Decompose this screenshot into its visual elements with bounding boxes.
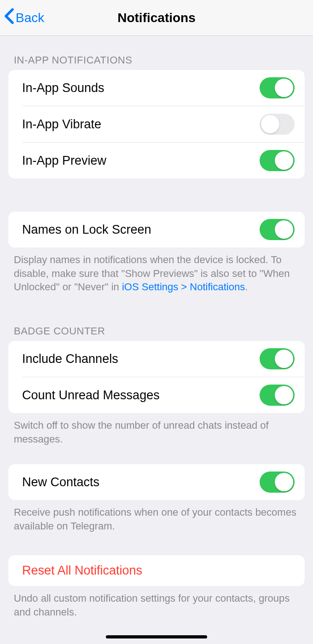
section-header-inapp: In-App Notifications (0, 36, 313, 70)
label-count-unread: Count Unread Messages (22, 388, 160, 402)
toggle-new-contacts[interactable] (260, 472, 295, 493)
row-inapp-vibrate[interactable]: In-App Vibrate (8, 106, 305, 142)
toggle-inapp-sounds[interactable] (260, 77, 295, 98)
section-header-badge: Badge Counter (0, 294, 313, 341)
content-scroll[interactable]: In-App Notifications In-App Sounds In-Ap… (0, 36, 313, 644)
label-include-channels: Include Channels (22, 352, 118, 366)
link-ios-settings[interactable]: iOS Settings > Notifications (122, 281, 245, 293)
footer-badge: Switch off to show the number of unread … (0, 413, 313, 446)
back-label: Back (16, 11, 44, 25)
group-new-contacts: New Contacts (8, 464, 305, 500)
navbar: Back Notifications (0, 0, 313, 36)
footer-reset: Undo all custom notification settings fo… (0, 586, 313, 619)
home-indicator[interactable] (106, 635, 207, 638)
toggle-count-unread[interactable] (260, 385, 295, 406)
row-inapp-preview[interactable]: In-App Preview (8, 143, 305, 178)
toggle-inapp-preview[interactable] (260, 150, 295, 171)
notifications-settings-screen: Back Notifications In-App Notifications … (0, 0, 313, 644)
row-new-contacts[interactable]: New Contacts (8, 464, 305, 500)
footer-new-contacts: Receive push notifications when one of y… (0, 500, 313, 533)
group-badge: Include Channels Count Unread Messages (8, 341, 305, 413)
row-names-lockscreen[interactable]: Names on Lock Screen (8, 212, 305, 247)
label-names-lockscreen: Names on Lock Screen (22, 223, 151, 237)
toggle-names-lockscreen[interactable] (260, 219, 295, 240)
page-title: Notifications (117, 11, 196, 25)
label-inapp-vibrate: In-App Vibrate (22, 117, 101, 132)
label-inapp-preview: In-App Preview (22, 154, 106, 168)
reset-all-notifications-button[interactable]: Reset All Notifications (8, 555, 305, 586)
row-count-unread[interactable]: Count Unread Messages (8, 377, 305, 413)
group-reset: Reset All Notifications (8, 555, 305, 586)
back-button[interactable]: Back (4, 0, 44, 35)
toggle-inapp-vibrate[interactable] (260, 114, 295, 135)
row-include-channels[interactable]: Include Channels (8, 341, 305, 377)
toggle-include-channels[interactable] (260, 348, 295, 369)
label-new-contacts: New Contacts (22, 475, 99, 489)
label-inapp-sounds: In-App Sounds (22, 81, 104, 95)
group-inapp: In-App Sounds In-App Vibrate In-App Prev… (8, 70, 305, 178)
footer-lockscreen: Display names in notifications when the … (0, 247, 313, 294)
group-lockscreen: Names on Lock Screen (8, 212, 305, 247)
chevron-left-icon (4, 8, 15, 28)
footer-lockscreen-text-b: . (245, 281, 248, 293)
row-inapp-sounds[interactable]: In-App Sounds (8, 70, 305, 106)
